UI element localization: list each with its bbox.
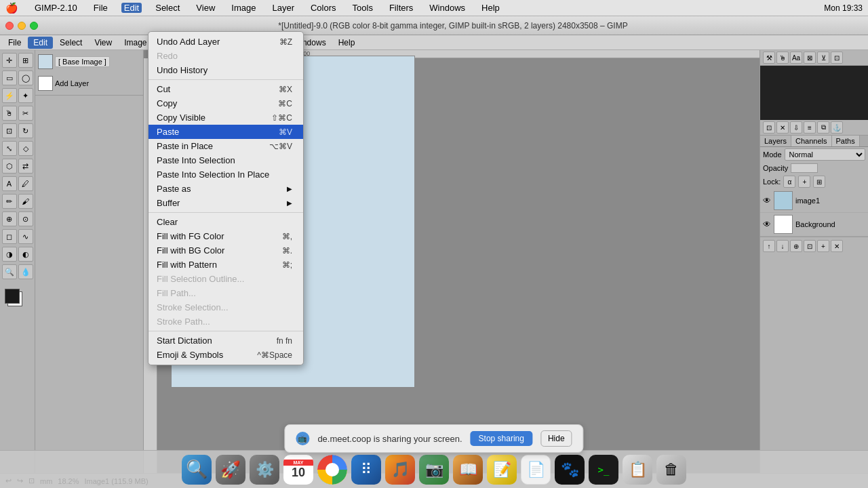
- dock-gimp[interactable]: 🐾: [555, 455, 585, 485]
- dock-chrome[interactable]: [317, 455, 347, 485]
- eye-icon-background[interactable]: 👁: [763, 220, 771, 229]
- new-layer-btn[interactable]: ⊡: [763, 121, 775, 134]
- menu-copy[interactable]: Copy ⌘C: [149, 96, 303, 110]
- flip-tool[interactable]: ⇄: [18, 159, 33, 174]
- clone-tool[interactable]: ⊙: [18, 211, 33, 226]
- dock-sys-pref[interactable]: ⚙️: [250, 455, 279, 485]
- menu-clear[interactable]: Clear: [149, 215, 303, 229]
- maximize-button[interactable]: [30, 22, 38, 30]
- fuzzy-select-tool[interactable]: ✦: [18, 88, 33, 103]
- heal-tool[interactable]: ⊕: [2, 211, 17, 226]
- dock-calendar[interactable]: MAY 10: [283, 455, 313, 485]
- layer-flatten-btn[interactable]: ⊡: [804, 240, 816, 252]
- select-by-color[interactable]: 🖱: [2, 106, 17, 121]
- dock-camera[interactable]: 📷: [419, 455, 449, 485]
- rect-select-tool[interactable]: ▭: [2, 70, 17, 85]
- menu-copy-visible[interactable]: Copy Visible ⇧⌘C: [149, 110, 303, 125]
- color-picker[interactable]: 💧: [18, 264, 33, 279]
- images-btn[interactable]: Aa: [790, 52, 802, 64]
- gimp-menu-file[interactable]: File: [3, 37, 26, 49]
- eye-icon-image1[interactable]: 👁: [763, 196, 771, 205]
- tab-layers[interactable]: Layers: [760, 136, 791, 146]
- layer-group-btn[interactable]: ≡: [804, 121, 816, 134]
- dock-textedit[interactable]: 📄: [521, 455, 551, 485]
- gimp-menu-view[interactable]: View: [89, 37, 117, 49]
- maximize-panel[interactable]: ⊡: [831, 52, 843, 64]
- move-layer-down-btn[interactable]: ↓: [776, 240, 789, 252]
- scissors-tool[interactable]: ✂: [18, 106, 33, 121]
- scale-tool[interactable]: ⤡: [2, 141, 17, 156]
- path-tool[interactable]: 🖊: [18, 176, 33, 191]
- lock-visibility-btn[interactable]: ⊞: [813, 176, 825, 188]
- close-button[interactable]: [5, 22, 14, 30]
- tab-paths[interactable]: Paths: [832, 136, 860, 146]
- menubar-layer[interactable]: Layer: [269, 3, 297, 13]
- menubar-colors[interactable]: Colors: [308, 3, 339, 13]
- rotate-tool[interactable]: ↻: [18, 123, 33, 138]
- menubar-image[interactable]: Image: [229, 3, 258, 13]
- paint-tool[interactable]: 🖌: [18, 194, 33, 209]
- menubar-view[interactable]: View: [193, 3, 218, 13]
- gimp-menu-edit[interactable]: Edit: [28, 37, 53, 49]
- menu-paste-as[interactable]: Paste as ▶: [149, 182, 303, 196]
- menu-emoji-symbols[interactable]: Emoji & Symbols ^⌘Space: [149, 348, 303, 362]
- menubar-help[interactable]: Help: [479, 3, 502, 13]
- stop-sharing-button[interactable]: Stop sharing: [471, 431, 532, 446]
- dock-finder2[interactable]: 📋: [623, 455, 652, 485]
- crop-tool[interactable]: ⊡: [2, 123, 17, 138]
- dock-launchpad2[interactable]: ⠿: [351, 455, 381, 485]
- perspective-tool[interactable]: ⬡: [2, 159, 17, 174]
- delete-layer-btn[interactable]: ✕: [776, 121, 789, 134]
- menu-paste[interactable]: Paste ⌘V: [149, 125, 303, 139]
- document-history-btn[interactable]: ⊠: [804, 52, 816, 64]
- device-status-btn[interactable]: 🖱: [776, 52, 789, 64]
- pencil-tool[interactable]: ✏: [2, 194, 17, 209]
- menubar-windows[interactable]: Windows: [427, 3, 468, 13]
- layer-new-btn[interactable]: +: [817, 240, 829, 252]
- align-tool[interactable]: ⊞: [18, 53, 33, 68]
- menu-undo-history[interactable]: Undo History: [149, 63, 303, 77]
- shear-tool[interactable]: ◇: [18, 141, 33, 156]
- menu-fill-bg[interactable]: Fill with BG Color ⌘.: [149, 243, 303, 258]
- layer-item-image1[interactable]: 👁 image1: [760, 189, 868, 213]
- opacity-input[interactable]: 100.0: [791, 163, 818, 173]
- layer-item-background[interactable]: 👁 Background: [760, 213, 868, 237]
- hide-sharing-button[interactable]: Hide: [540, 430, 572, 447]
- fg-color-swatch[interactable]: [5, 289, 20, 304]
- menubar-gimp[interactable]: GIMP-2.10: [32, 3, 80, 13]
- menu-paste-in-place[interactable]: Paste in Place ⌥⌘V: [149, 139, 303, 153]
- ellipse-select-tool[interactable]: ◯: [18, 70, 33, 85]
- gimp-menu-select[interactable]: Select: [54, 37, 87, 49]
- menu-undo-add-layer[interactable]: Undo Add Layer ⌘Z: [149, 35, 303, 49]
- menubar-tools[interactable]: Tools: [350, 3, 376, 13]
- menubar-edit[interactable]: Edit: [121, 3, 142, 13]
- mode-select[interactable]: Normal: [785, 148, 865, 161]
- move-tool[interactable]: ✛: [2, 53, 17, 68]
- smudge-tool[interactable]: ∿: [18, 229, 33, 244]
- move-layer-up-btn[interactable]: ↑: [763, 240, 775, 252]
- erase-tool[interactable]: ◻: [2, 229, 17, 244]
- dock-finder[interactable]: 🔍: [182, 455, 212, 485]
- apple-menu[interactable]: 🍎: [5, 2, 18, 14]
- text-tool[interactable]: A: [2, 176, 17, 191]
- left-layer-add[interactable]: Add Layer: [37, 75, 142, 92]
- menu-buffer[interactable]: Buffer ▶: [149, 196, 303, 210]
- menu-fill-fg[interactable]: Fill with FG Color ⌘,: [149, 229, 303, 243]
- layer-anchor-btn[interactable]: ⚓: [831, 121, 843, 134]
- dock-trash[interactable]: 🗑: [656, 455, 686, 485]
- menubar-select[interactable]: Select: [153, 3, 182, 13]
- layer-to-image-btn[interactable]: ⇩: [790, 121, 802, 134]
- menu-paste-into-selection-in-place[interactable]: Paste Into Selection In Place: [149, 167, 303, 182]
- dock-music[interactable]: 🎵: [385, 455, 415, 485]
- menu-paste-into-selection[interactable]: Paste Into Selection: [149, 153, 303, 167]
- free-select-tool[interactable]: ⚡: [2, 88, 17, 103]
- dock-launchpad[interactable]: 🚀: [216, 455, 245, 485]
- layer-delete-btn[interactable]: ✕: [831, 240, 843, 252]
- menubar-filters[interactable]: Filters: [387, 3, 416, 13]
- tab-channels[interactable]: Channels: [791, 136, 831, 146]
- menu-cut[interactable]: Cut ⌘X: [149, 82, 303, 96]
- minimize-button[interactable]: [18, 22, 26, 30]
- burn-tool[interactable]: ◐: [18, 247, 33, 262]
- lock-alpha-btn[interactable]: α: [783, 176, 795, 188]
- dock-terminal[interactable]: >_: [589, 455, 618, 485]
